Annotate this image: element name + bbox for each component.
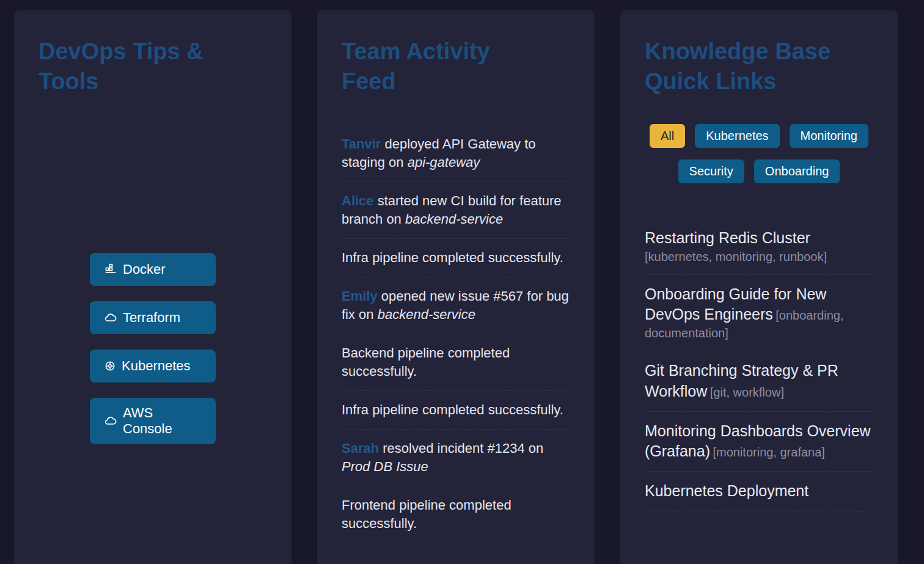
kubernetes-button[interactable]: Kubernetes: [90, 350, 216, 383]
activity-text: resolved incident #1234 on: [383, 441, 543, 456]
dashboard-board: DevOps Tips & Tools Docker Terraform: [0, 0, 924, 564]
activity-item: Infra pipeline completed successfully.: [342, 239, 570, 277]
filter-security[interactable]: Security: [678, 159, 744, 183]
kb-link-title[interactable]: Restarting Redis Cluster: [645, 229, 810, 246]
terraform-button[interactable]: Terraform: [90, 301, 216, 334]
activity-actor: Emily: [342, 288, 378, 304]
aws-console-button-label: AWS Console: [123, 405, 179, 437]
activity-item: Infra pipeline completed successfully.: [342, 391, 570, 430]
filter-onboarding[interactable]: Onboarding: [754, 159, 840, 183]
kb-link-item: Kubernetes Deployment: [645, 472, 873, 511]
kb-link-item: Onboarding Guide for New DevOps Engineer…: [645, 275, 873, 352]
kubernetes-button-label: Kubernetes: [122, 358, 191, 374]
activity-text: Infra pipeline completed successfully.: [342, 402, 563, 417]
filter-kubernetes[interactable]: Kubernetes: [695, 124, 779, 148]
activity-text: Backend pipeline completed successfully.: [342, 345, 510, 379]
kb-link-item: Git Branching Strategy & PR Workflow [gi…: [645, 351, 873, 412]
activity-text: Frontend pipeline completed successfully…: [342, 497, 512, 531]
activity-actor: Tanvir: [342, 136, 381, 152]
kb-link-tags: [monitoring, grafana]: [713, 445, 824, 459]
activity-item: Sarah resolved incident #1234 on Prod DB…: [342, 430, 570, 486]
kb-link-title[interactable]: Kubernetes Deployment: [645, 482, 809, 499]
activity-item: Alice started new CI build for feature b…: [342, 182, 570, 239]
activity-list: Tanvir deployed API Gateway to staging o…: [342, 125, 570, 543]
knowledge-base-card: Knowledge Base Quick Links All Kubernete…: [620, 10, 898, 564]
kb-link-item: Monitoring Dashboards Overview (Grafana)…: [645, 412, 873, 472]
activity-actor: Alice: [342, 193, 374, 208]
activity-text: Infra pipeline completed successfully.: [342, 250, 563, 265]
activity-repo: Prod DB Issue: [342, 459, 428, 474]
filter-all[interactable]: All: [650, 124, 685, 148]
docker-button-label: Docker: [123, 262, 166, 277]
devops-tools-card: DevOps Tips & Tools Docker Terraform: [14, 10, 292, 564]
devops-tools-title: DevOps Tips & Tools: [38, 37, 240, 97]
activity-repo: backend-service: [378, 307, 475, 322]
kb-link-item: Restarting Redis Cluster [kubernetes, mo…: [645, 219, 873, 275]
activity-feed-title: Team Activity Feed: [342, 37, 543, 97]
activity-item: Emily opened new issue #567 for bug fix …: [342, 277, 570, 334]
activity-item: Tanvir deployed API Gateway to staging o…: [342, 125, 570, 182]
filter-monitoring[interactable]: Monitoring: [790, 124, 868, 148]
kubernetes-wheel-icon: [105, 361, 116, 372]
activity-item: Frontend pipeline completed successfully…: [342, 486, 570, 543]
cloud-icon: [105, 415, 117, 427]
docker-button[interactable]: Docker: [90, 253, 216, 286]
activity-actor: Sarah: [342, 441, 379, 456]
kb-link-tags: [kubernetes, monitoring, runbook]: [645, 250, 827, 263]
tool-button-stack: Docker Terraform Kubernetes: [38, 253, 267, 444]
aws-console-button[interactable]: AWS Console: [90, 398, 216, 444]
cloud-icon: [105, 312, 117, 324]
kb-link-tags: [git, workflow]: [710, 386, 784, 399]
activity-repo: backend-service: [405, 211, 503, 227]
docker-icon: [105, 263, 117, 276]
activity-feed-card: Team Activity Feed Tanvir deployed API G…: [317, 10, 595, 564]
activity-repo: api-gateway: [408, 155, 480, 170]
knowledge-base-title: Knowledge Base Quick Links: [645, 37, 846, 97]
activity-item: Backend pipeline completed successfully.: [342, 334, 570, 391]
terraform-button-label: Terraform: [123, 310, 180, 326]
kb-link-list: Restarting Redis Cluster [kubernetes, mo…: [645, 219, 873, 511]
kb-filter-bar: All Kubernetes Monitoring Security Onboa…: [645, 124, 873, 183]
